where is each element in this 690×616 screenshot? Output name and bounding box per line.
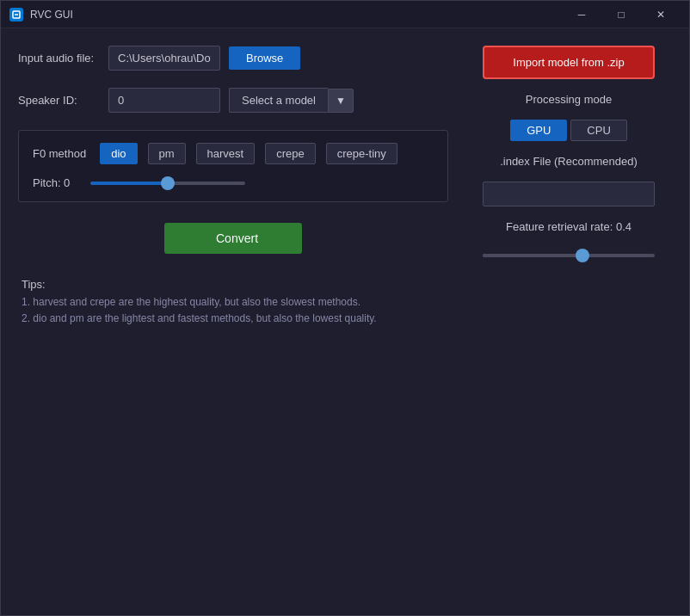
processing-mode-label: Processing mode: [526, 93, 612, 106]
right-panel: Import model from .zip Processing mode G…: [465, 46, 672, 598]
left-panel: Input audio file: Browse Speaker ID: Sel…: [18, 46, 448, 598]
tips-title: Tips:: [22, 278, 445, 291]
import-model-button[interactable]: Import model from .zip: [483, 46, 655, 79]
window-title: RVC GUI: [30, 9, 562, 21]
cpu-button[interactable]: CPU: [570, 120, 626, 141]
f0-label: F0 method: [33, 147, 86, 160]
audio-file-row: Input audio file: Browse: [18, 46, 448, 71]
speaker-id-row: Speaker ID: Select a model ▼: [18, 88, 448, 113]
index-file-label: .index File (Recommended): [500, 155, 638, 168]
audio-file-input[interactable]: [108, 46, 220, 71]
tips-section: Tips: 1. harvest and crepe are the highe…: [18, 271, 448, 334]
feature-thumb: [576, 249, 589, 262]
pitch-slider[interactable]: [90, 182, 245, 185]
f0-method-crepe-tiny[interactable]: crepe-tiny: [326, 143, 397, 164]
app-icon: [9, 8, 23, 22]
convert-button[interactable]: Convert: [164, 223, 302, 254]
processing-mode-row: GPU CPU: [510, 120, 627, 141]
content-area: Input audio file: Browse Speaker ID: Sel…: [1, 28, 689, 615]
title-bar: RVC GUI ─ □ ✕: [1, 1, 689, 28]
window-controls: ─ □ ✕: [562, 1, 681, 28]
gpu-button[interactable]: GPU: [510, 120, 567, 141]
model-select-container: Select a model ▼: [229, 88, 354, 113]
main-window: RVC GUI ─ □ ✕ Input audio file: Browse S…: [0, 0, 690, 616]
pitch-label: Pitch: 0: [33, 176, 80, 189]
f0-method-dio[interactable]: dio: [100, 143, 137, 164]
select-model-button[interactable]: Select a model: [229, 88, 328, 113]
feature-track-fill: [483, 254, 582, 257]
browse-button[interactable]: Browse: [229, 46, 300, 70]
speaker-label: Speaker ID:: [18, 94, 100, 107]
model-select-arrow-button[interactable]: ▼: [328, 89, 354, 113]
feature-track: [483, 254, 655, 257]
speaker-id-input[interactable]: [108, 88, 220, 113]
f0-method-crepe[interactable]: crepe: [265, 143, 316, 164]
f0-method-harvest[interactable]: harvest: [196, 143, 256, 164]
f0-method-pm[interactable]: pm: [148, 143, 186, 164]
index-file-input[interactable]: [483, 182, 655, 206]
minimize-button[interactable]: ─: [562, 1, 601, 28]
f0-section: F0 method dio pm harvest crepe crepe-tin…: [18, 130, 448, 202]
feature-rate-label: Feature retrieval rate: 0.4: [506, 220, 631, 233]
tips-line1: 1. harvest and crepe are the highest qua…: [22, 294, 445, 311]
input-label: Input audio file:: [18, 52, 100, 65]
f0-row: F0 method dio pm harvest crepe crepe-tin…: [33, 143, 434, 164]
pitch-row: Pitch: 0: [33, 176, 434, 189]
close-button[interactable]: ✕: [641, 1, 681, 28]
tips-line2: 2. dio and pm are the lightest and faste…: [22, 311, 445, 327]
maximize-button[interactable]: □: [601, 1, 641, 28]
